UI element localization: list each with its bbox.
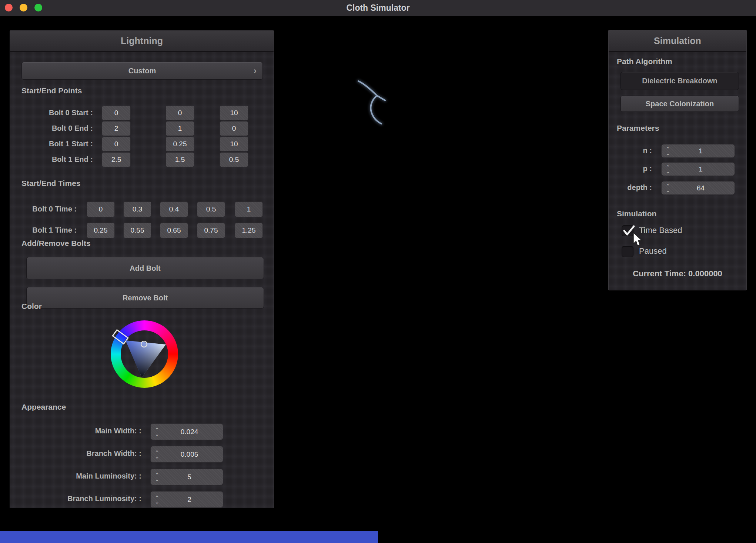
remove-bolt-button[interactable]: Remove Bolt xyxy=(26,287,264,309)
time-value-field[interactable]: 0.5 xyxy=(197,201,225,217)
time-value-field[interactable]: 0.4 xyxy=(160,201,188,217)
row-label: Bolt 1 Start : xyxy=(21,140,93,148)
stepper-up-down-icons[interactable]: ⌃⌄ xyxy=(154,424,160,440)
stepper-up-down-icons[interactable]: ⌃⌄ xyxy=(665,144,671,157)
appearance-section-heading: Appearance xyxy=(21,403,66,412)
lightning-panel: Lightning Custom › Start/End Points Bolt… xyxy=(10,30,274,508)
stepper-value[interactable]: 0.005 xyxy=(160,446,219,462)
preset-dropdown-label: Custom xyxy=(128,67,156,75)
stepper-up-down-icons[interactable]: ⌃⌄ xyxy=(154,469,160,485)
stepper-up-down-icons[interactable]: ⌃⌄ xyxy=(665,163,671,176)
stepper-value[interactable]: 1 xyxy=(670,163,731,176)
dielectric-breakdown-button[interactable]: Dielectric Breakdown xyxy=(620,72,739,90)
time-value-field[interactable]: 0 xyxy=(87,201,115,217)
stepper-up-down-icons[interactable]: ⌃⌄ xyxy=(665,181,671,194)
row-label: p : xyxy=(609,164,652,173)
simulation-panel: Simulation Path Algorithm Dielectric Bre… xyxy=(608,30,747,290)
time-based-checkbox[interactable] xyxy=(622,225,633,236)
row-label: Bolt 0 End : xyxy=(21,124,93,133)
points-section-heading: Start/End Points xyxy=(21,86,82,95)
main-width-stepper[interactable]: ⌃⌄ 0.024 xyxy=(150,423,223,440)
simulation-panel-header[interactable]: Simulation xyxy=(609,30,746,52)
stepper-value[interactable]: 5 xyxy=(160,469,219,485)
window-title: Cloth Simulator xyxy=(0,0,756,16)
point-value-field[interactable]: 2 xyxy=(102,121,131,136)
row-label: Bolt 1 End : xyxy=(21,155,93,164)
paused-checkbox[interactable] xyxy=(622,246,633,257)
simulation-panel-title: Simulation xyxy=(609,30,746,51)
current-time-text: Current Time: 0.000000 xyxy=(609,269,746,279)
stepper-value[interactable]: 0.024 xyxy=(160,424,219,440)
point-value-field[interactable]: 0.25 xyxy=(165,137,194,151)
point-value-field[interactable]: 0.5 xyxy=(220,152,248,167)
point-value-field[interactable]: 2.5 xyxy=(102,152,131,167)
times-section-heading: Start/End Times xyxy=(21,179,81,188)
n-stepper[interactable]: ⌃⌄ 1 xyxy=(661,144,735,158)
stepper-up-down-icons[interactable]: ⌃⌄ xyxy=(154,446,160,462)
time-value-field[interactable]: 0.25 xyxy=(87,223,115,238)
saturation-triangle[interactable] xyxy=(111,320,178,388)
parameters-heading: Parameters xyxy=(617,124,659,133)
space-colonization-button[interactable]: Space Colonization xyxy=(620,96,739,112)
lightning-bolt-render xyxy=(352,74,392,130)
row-label: Branch Width: : xyxy=(21,449,141,458)
row-label: depth : xyxy=(609,183,652,192)
row-label: n : xyxy=(609,146,652,155)
color-wheel[interactable] xyxy=(111,320,178,388)
row-label: Bolt 0 Start : xyxy=(21,109,93,117)
p-stepper[interactable]: ⌃⌄ 1 xyxy=(661,162,735,176)
point-value-field[interactable]: 0 xyxy=(102,106,131,120)
app-window: Cloth Simulator Lightning Custom › Start… xyxy=(0,0,756,543)
point-value-field[interactable]: 10 xyxy=(220,137,248,151)
row-label: Bolt 1 Time : xyxy=(14,226,77,234)
point-value-field[interactable]: 0 xyxy=(220,121,248,136)
bolts-section-heading: Add/Remove Bolts xyxy=(21,239,91,248)
mouse-cursor xyxy=(632,232,643,248)
bottom-blue-bar xyxy=(0,531,378,543)
lightning-panel-header[interactable]: Lightning xyxy=(10,31,274,52)
point-value-field[interactable]: 10 xyxy=(220,106,248,120)
main-luminosity-stepper[interactable]: ⌃⌄ 5 xyxy=(150,469,223,485)
add-bolt-button[interactable]: Add Bolt xyxy=(26,257,264,279)
stepper-value[interactable]: 64 xyxy=(670,181,731,194)
time-value-field[interactable]: 0.65 xyxy=(160,223,188,238)
color-section-heading: Color xyxy=(21,302,42,311)
point-value-field[interactable]: 1.5 xyxy=(165,152,194,167)
time-value-field[interactable]: 1 xyxy=(235,201,263,217)
branch-width-stepper[interactable]: ⌃⌄ 0.005 xyxy=(150,446,223,463)
row-label: Branch Luminosity: : xyxy=(21,494,141,503)
title-bar: Cloth Simulator xyxy=(0,0,756,16)
row-label: Bolt 0 Time : xyxy=(14,205,77,213)
point-value-field[interactable]: 1 xyxy=(165,121,194,136)
time-value-field[interactable]: 0.55 xyxy=(123,223,151,238)
stepper-value[interactable]: 2 xyxy=(160,492,219,507)
point-value-field[interactable]: 0 xyxy=(102,137,131,151)
time-based-label[interactable]: Time Based xyxy=(639,225,682,236)
row-label: Main Luminosity: : xyxy=(21,472,141,480)
lightning-panel-title: Lightning xyxy=(10,31,274,51)
time-value-field[interactable]: 0.75 xyxy=(197,223,225,238)
stepper-value[interactable]: 1 xyxy=(670,144,731,157)
branch-luminosity-stepper[interactable]: ⌃⌄ 2 xyxy=(150,491,223,508)
point-value-field[interactable]: 0 xyxy=(165,106,194,120)
stepper-up-down-icons[interactable]: ⌃⌄ xyxy=(154,492,160,507)
simulation-section-heading: Simulation xyxy=(617,209,656,218)
row-label: Main Width: : xyxy=(21,427,141,435)
time-value-field[interactable]: 0.3 xyxy=(123,201,151,217)
chevron-right-icon: › xyxy=(254,62,257,79)
time-value-field[interactable]: 1.25 xyxy=(235,223,263,238)
path-algorithm-heading: Path Algorithm xyxy=(617,57,672,66)
preset-dropdown[interactable]: Custom › xyxy=(21,62,263,80)
depth-stepper[interactable]: ⌃⌄ 64 xyxy=(661,181,735,195)
